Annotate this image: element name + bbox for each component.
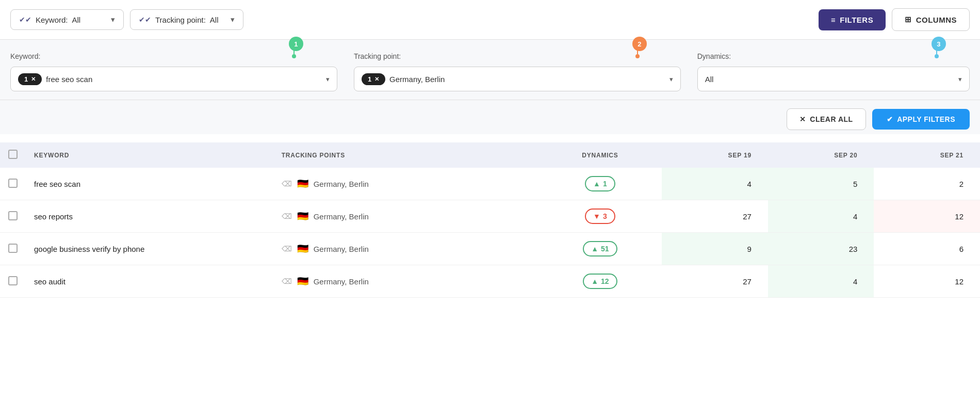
row-keyword: seo audit bbox=[26, 265, 273, 298]
bubble-3: 3 bbox=[932, 37, 946, 51]
flag-icon: 🇩🇪 bbox=[297, 243, 308, 254]
dynamics-arrow-icon: ▲ bbox=[591, 277, 598, 285]
row-sep20: 4 bbox=[768, 265, 874, 298]
dynamics-value: 3 bbox=[603, 212, 607, 220]
location-icon: ⌫ bbox=[282, 277, 292, 285]
th-keyword: KEYWORD bbox=[26, 142, 273, 168]
keyword-tag-count: 1 bbox=[24, 75, 28, 83]
flag-icon: 🇩🇪 bbox=[297, 211, 308, 222]
keyword-check-icon: ✔✔ bbox=[19, 15, 31, 24]
flag-icon: 🇩🇪 bbox=[297, 276, 308, 287]
row-sep19: 27 bbox=[662, 200, 768, 233]
row-keyword: free seo scan bbox=[26, 168, 273, 200]
keyword-group-label: Keyword: bbox=[10, 52, 337, 60]
keyword-tag-text: free seo scan bbox=[46, 75, 92, 84]
dynamics-select[interactable]: All ▾ bbox=[697, 67, 970, 91]
tracking-tag-count: 1 bbox=[368, 75, 371, 83]
keyword-tag-remove[interactable]: ✕ bbox=[31, 76, 36, 83]
columns-button[interactable]: ⊞ COLUMNS bbox=[892, 8, 970, 31]
row-tracking: ⌫ 🇩🇪 Germany, Berlin bbox=[273, 233, 538, 265]
dynamics-badge: ▲ 1 bbox=[585, 176, 615, 191]
tracking-location: Germany, Berlin bbox=[314, 212, 369, 221]
filters-button[interactable]: ≡ FILTERS bbox=[819, 9, 886, 30]
action-row: ✕ CLEAR ALL ✔ APPLY FILTERS bbox=[0, 100, 980, 134]
tracking-tag-text: Germany, Berlin bbox=[389, 75, 445, 84]
row-checkbox[interactable] bbox=[8, 244, 18, 253]
row-sep20: 23 bbox=[768, 233, 874, 265]
bubble-1: 1 bbox=[289, 37, 303, 51]
location-icon: ⌫ bbox=[282, 212, 292, 220]
row-sep21: 6 bbox=[874, 233, 980, 265]
keyword-filter-value: All bbox=[72, 15, 81, 24]
dynamics-value: 51 bbox=[601, 245, 609, 253]
row-sep20: 4 bbox=[768, 200, 874, 233]
clear-all-button[interactable]: ✕ CLEAR ALL bbox=[787, 108, 866, 130]
dynamics-arrow-icon: ▲ bbox=[593, 180, 600, 188]
tracking-filter-value: All bbox=[210, 15, 219, 24]
row-dynamics: ▲ 51 bbox=[538, 233, 662, 265]
table-header-row: KEYWORD TRACKING POINTS DYNAMICS SEP 19 … bbox=[0, 142, 980, 168]
row-sep20: 5 bbox=[768, 168, 874, 200]
toolbar: ✔✔ Keyword: All ▾ ✔✔ Tracking point: All… bbox=[0, 0, 980, 40]
tracking-cell: ⌫ 🇩🇪 Germany, Berlin bbox=[282, 178, 530, 189]
row-tracking: ⌫ 🇩🇪 Germany, Berlin bbox=[273, 168, 538, 200]
table-row: seo audit ⌫ 🇩🇪 Germany, Berlin ▲ 12 2741… bbox=[0, 265, 980, 298]
location-icon: ⌫ bbox=[282, 245, 292, 253]
apply-check-icon: ✔ bbox=[887, 115, 893, 123]
row-dynamics: ▲ 1 bbox=[538, 168, 662, 200]
columns-icon: ⊞ bbox=[905, 15, 912, 24]
keyword-chevron-icon: ▾ bbox=[111, 15, 115, 24]
tracking-location: Germany, Berlin bbox=[314, 277, 369, 286]
row-sep19: 27 bbox=[662, 265, 768, 298]
bubble-2: 2 bbox=[632, 37, 647, 51]
tracking-check-icon: ✔✔ bbox=[139, 15, 151, 24]
filters-icon: ≡ bbox=[831, 15, 836, 24]
flag-icon: 🇩🇪 bbox=[297, 178, 308, 189]
tracking-filter-label: Tracking point: bbox=[155, 15, 206, 24]
keyword-filter-label: Keyword: bbox=[36, 15, 68, 24]
dynamics-select-value: All bbox=[705, 75, 958, 84]
keyword-tag[interactable]: 1 ✕ bbox=[18, 73, 42, 85]
clear-all-x-icon: ✕ bbox=[799, 115, 806, 123]
dynamics-arrow-icon: ▲ bbox=[591, 245, 598, 253]
dynamics-badge: ▲ 12 bbox=[583, 274, 617, 289]
dynamics-group-label: Dynamics: bbox=[697, 52, 970, 60]
dynamics-value: 1 bbox=[603, 180, 607, 188]
keyword-filter-dropdown[interactable]: ✔✔ Keyword: All ▾ bbox=[10, 9, 124, 30]
row-keyword: seo reports bbox=[26, 200, 273, 233]
select-all-checkbox[interactable] bbox=[8, 150, 18, 159]
row-sep21: 12 bbox=[874, 265, 980, 298]
row-sep21: 2 bbox=[874, 168, 980, 200]
tracking-dropdown-arrow: ▾ bbox=[669, 75, 673, 83]
tracking-filter-dropdown[interactable]: ✔✔ Tracking point: All ▾ bbox=[130, 9, 243, 30]
keyword-badge-dropdown[interactable]: 1 ✕ free seo scan ▾ bbox=[10, 67, 337, 91]
row-checkbox[interactable] bbox=[8, 211, 18, 220]
dynamics-badge: ▲ 51 bbox=[583, 241, 617, 256]
tracking-location: Germany, Berlin bbox=[314, 180, 369, 188]
tracking-cell: ⌫ 🇩🇪 Germany, Berlin bbox=[282, 276, 530, 287]
row-checkbox-cell bbox=[0, 265, 26, 298]
tracking-tag[interactable]: 1 ✕ bbox=[362, 73, 385, 85]
row-tracking: ⌫ 🇩🇪 Germany, Berlin bbox=[273, 265, 538, 298]
dynamics-value: 12 bbox=[601, 277, 609, 285]
tracking-badge-dropdown[interactable]: 1 ✕ Germany, Berlin ▾ bbox=[354, 67, 681, 91]
filters-label: FILTERS bbox=[840, 15, 873, 24]
tracking-group-label: Tracking point: bbox=[354, 52, 681, 60]
results-table: KEYWORD TRACKING POINTS DYNAMICS SEP 19 … bbox=[0, 142, 980, 298]
row-checkbox-cell bbox=[0, 168, 26, 200]
table-row: free seo scan ⌫ 🇩🇪 Germany, Berlin ▲ 1 4… bbox=[0, 168, 980, 200]
row-checkbox[interactable] bbox=[8, 179, 18, 188]
th-dynamics: DYNAMICS bbox=[538, 142, 662, 168]
row-sep19: 4 bbox=[662, 168, 768, 200]
table-row: seo reports ⌫ 🇩🇪 Germany, Berlin ▼ 3 274… bbox=[0, 200, 980, 233]
tracking-tag-remove[interactable]: ✕ bbox=[374, 76, 379, 83]
th-checkbox bbox=[0, 142, 26, 168]
clear-all-label: CLEAR ALL bbox=[810, 115, 853, 123]
columns-label: COLUMNS bbox=[916, 15, 957, 24]
th-sep20: SEP 20 bbox=[768, 142, 874, 168]
tracking-filter-group: Tracking point: 1 ✕ Germany, Berlin ▾ 2 bbox=[354, 52, 681, 91]
apply-filters-button[interactable]: ✔ APPLY FILTERS bbox=[872, 109, 970, 130]
row-checkbox-cell bbox=[0, 200, 26, 233]
table-row: google business verify by phone ⌫ 🇩🇪 Ger… bbox=[0, 233, 980, 265]
row-checkbox[interactable] bbox=[8, 276, 18, 285]
